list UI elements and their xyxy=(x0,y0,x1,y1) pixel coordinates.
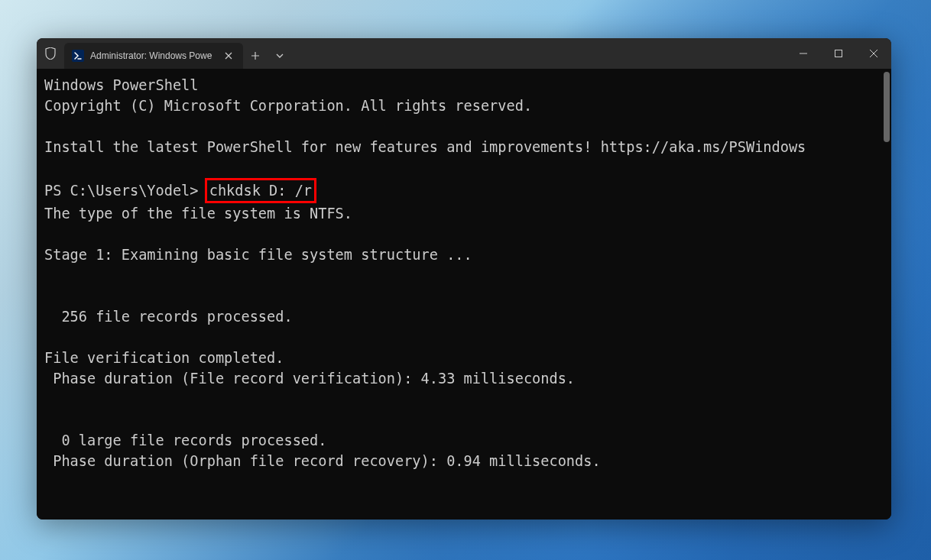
titlebar-left: Administrator: Windows Powe xyxy=(37,38,786,69)
scrollbar[interactable] xyxy=(884,72,890,513)
output-line xyxy=(44,160,53,176)
minimize-icon xyxy=(800,50,807,57)
output-line xyxy=(44,391,53,407)
tab-close-button[interactable] xyxy=(222,49,235,63)
close-button[interactable] xyxy=(856,38,891,69)
prompt-text: PS C:\Users\Yodel> xyxy=(44,183,207,199)
command-highlight: chkdsk D: /r xyxy=(205,178,316,203)
output-line: 256 file records processed. xyxy=(44,309,293,325)
output-line: Install the latest PowerShell for new fe… xyxy=(44,139,806,155)
terminal-window: Administrator: Windows Powe xyxy=(37,38,891,520)
tab-title: Administrator: Windows Powe xyxy=(90,50,216,61)
tab-powershell[interactable]: Administrator: Windows Powe xyxy=(64,43,243,69)
output-line xyxy=(44,226,53,242)
maximize-icon xyxy=(835,50,842,57)
output-line: Stage 1: Examining basic file system str… xyxy=(44,247,472,263)
tab-dropdown-button[interactable] xyxy=(268,43,292,69)
output-line xyxy=(44,267,53,283)
new-tab-button[interactable] xyxy=(243,43,268,69)
close-icon xyxy=(870,50,877,57)
terminal-body[interactable]: Windows PowerShell Copyright (C) Microso… xyxy=(37,69,891,520)
shield-icon xyxy=(45,47,56,60)
titlebar: Administrator: Windows Powe xyxy=(37,38,891,69)
output-line xyxy=(44,288,53,304)
output-line xyxy=(44,412,53,428)
output-line xyxy=(44,118,53,134)
output-line: 0 large file records processed. xyxy=(44,432,326,448)
chevron-down-icon xyxy=(276,53,284,58)
output-line: Phase duration (Orphan file record recov… xyxy=(44,453,601,469)
scrollbar-thumb[interactable] xyxy=(884,72,890,142)
admin-shield-icon xyxy=(37,38,64,69)
powershell-icon xyxy=(72,50,84,62)
output-line xyxy=(44,329,53,345)
output-line: Windows PowerShell xyxy=(44,77,199,93)
output-line: The type of the file system is NTFS. xyxy=(44,206,352,222)
window-controls xyxy=(786,38,891,69)
minimize-button[interactable] xyxy=(786,38,821,69)
svg-rect-0 xyxy=(835,50,842,57)
terminal-output: Windows PowerShell Copyright (C) Microso… xyxy=(44,75,884,471)
output-line: Copyright (C) Microsoft Corporation. All… xyxy=(44,98,532,114)
maximize-button[interactable] xyxy=(821,38,856,69)
output-line: Phase duration (File record verification… xyxy=(44,371,575,387)
output-line: File verification completed. xyxy=(44,350,284,366)
